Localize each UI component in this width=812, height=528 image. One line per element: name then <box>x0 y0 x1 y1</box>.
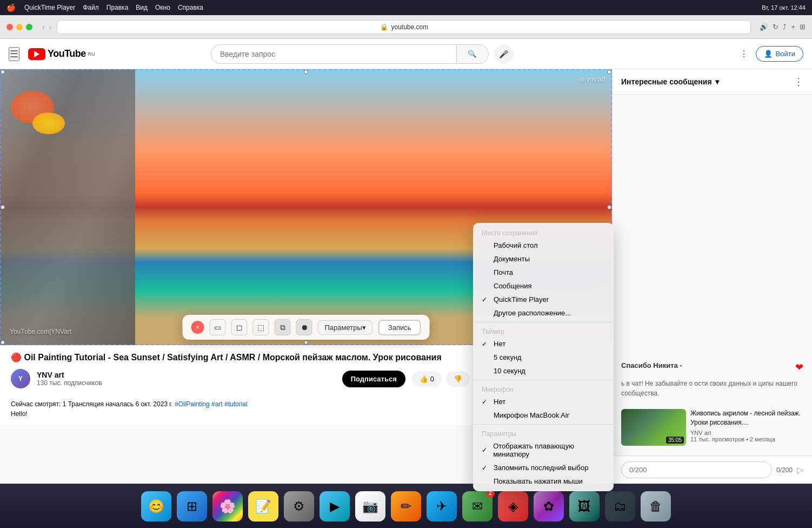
rec-meta: 11 тыс. просмотров • 2 месяца <box>690 436 803 443</box>
dislike-button[interactable]: 👎 <box>446 371 470 387</box>
menubar-right: Вт, 17 окт. 12:44 <box>762 4 806 11</box>
qt-options-button[interactable]: Параметры▾ <box>318 320 373 335</box>
subscribe-button[interactable]: Подписаться <box>342 371 405 387</box>
chat-area: Спасибо Никита - ❤ ь в чат! Не забывайте… <box>613 95 812 405</box>
like-button[interactable]: 👍 0 <box>412 371 442 387</box>
page-body: ⊛ ynv.art YouTube.com|YNVart × ▭ ◻ ⬚ ⧉ ⏺… <box>0 69 812 484</box>
video-tags[interactable]: #OilPainting #art #tutorial <box>175 400 248 408</box>
dock-preview[interactable]: 🖼 <box>569 491 600 522</box>
menu-view[interactable]: Вид <box>136 4 148 11</box>
search-button[interactable]: 🔍 <box>456 44 489 64</box>
dock-screenshot[interactable]: 📷 <box>355 491 385 522</box>
ctx-timer-10[interactable]: 10 секунд <box>473 364 614 378</box>
rec-info: Живопись акрилом - лесной пейзаж. Уроки … <box>690 409 803 446</box>
sidebar-menu-button[interactable]: ⋮ <box>794 76 803 88</box>
dock-system-folder[interactable]: 🗂 <box>605 491 635 522</box>
video-url-overlay: YouTube.com|YNVart <box>10 328 71 335</box>
ctx-other[interactable]: Другое расположение... <box>473 306 614 320</box>
ctx-mail[interactable]: Почта <box>473 266 614 279</box>
handle-top[interactable] <box>304 70 308 74</box>
qt-pip-btn[interactable]: ⧉ <box>275 319 291 335</box>
rec-title[interactable]: Живопись акрилом - лесной пейзаж. Уроки … <box>690 409 803 427</box>
dock-finder[interactable]: 😊 <box>141 491 171 522</box>
handle-left[interactable] <box>1 205 5 209</box>
menu-window[interactable]: Окно <box>155 4 170 11</box>
handle-bl[interactable] <box>1 340 5 345</box>
more-options-button[interactable]: ⋮ <box>736 45 751 62</box>
dock-system-preferences[interactable]: ⚙ <box>284 491 314 522</box>
channel-subs: 130 тыс. подписчиков <box>37 379 336 387</box>
qt-window-btn[interactable]: ◻ <box>231 319 248 335</box>
reload-button[interactable]: ↻ <box>773 23 778 31</box>
dock-quicktime[interactable]: ▶ <box>320 491 350 522</box>
ctx-desktop[interactable]: Рабочий стол <box>473 239 614 252</box>
dock-telegram[interactable]: ✈ <box>427 491 457 522</box>
ctx-floating-thumbnail[interactable]: ✓ Отображать плавающую миниатюру <box>473 439 614 461</box>
sidebar-header: Интересные сообщения ▾ ⋮ <box>613 69 812 95</box>
minimize-button[interactable] <box>16 24 23 30</box>
tab-overview-button[interactable]: ⊞ <box>800 23 806 31</box>
dock-photos2[interactable]: ✿ <box>534 491 564 522</box>
qt-record-button[interactable]: Запись <box>378 320 421 335</box>
handle-bottom[interactable] <box>304 340 308 345</box>
handle-tr[interactable] <box>607 70 611 74</box>
add-tab-button[interactable]: + <box>791 23 795 31</box>
ctx-divider-1 <box>473 322 614 322</box>
browser-url-bar[interactable]: 🔒 youtube.com <box>57 20 751 34</box>
rec-channel[interactable]: YNV art <box>690 430 803 436</box>
dock-messages[interactable]: ✉ 2 <box>462 491 492 522</box>
ctx-show-mouse[interactable]: Показывать нажатия мыши <box>473 474 614 488</box>
apple-menu-icon[interactable]: 🍎 <box>6 3 16 12</box>
video-palette-overlay <box>0 69 135 345</box>
dock-photos[interactable]: 🌸 <box>212 491 243 522</box>
dock-vectorize[interactable]: ✏ <box>391 491 421 522</box>
voice-search-button[interactable]: 🎤 <box>494 44 514 64</box>
back-button[interactable]: ‹ <box>42 23 45 31</box>
qt-dotted-rect-btn[interactable]: ⬚ <box>253 319 269 335</box>
ctx-divider-3 <box>473 424 614 425</box>
menu-help[interactable]: Справка <box>178 4 203 11</box>
ctx-messages[interactable]: Сообщения <box>473 279 614 293</box>
dock-launchpad[interactable]: ⊞ <box>177 491 207 522</box>
share-button[interactable]: ⤴ <box>783 23 787 31</box>
fullscreen-button[interactable] <box>26 24 32 30</box>
chat-input[interactable] <box>621 461 772 478</box>
channel-name[interactable]: YNV art <box>37 371 336 379</box>
audio-button[interactable]: 🔊 <box>760 23 768 31</box>
dock-trash[interactable]: 🗑 <box>641 491 671 522</box>
signin-button[interactable]: 👤 Войти <box>756 46 803 62</box>
close-button[interactable] <box>6 24 13 30</box>
dock-toolbox[interactable]: ◈ <box>498 491 528 522</box>
chat-note: ь в чат! Не забывайте о ости своих данны… <box>621 379 803 398</box>
sidebar-right: Интересные сообщения ▾ ⋮ Спасибо Никита … <box>612 69 812 484</box>
handle-tl[interactable] <box>1 70 5 74</box>
ctx-quicktime[interactable]: ✓ QuickTime Player <box>473 293 614 306</box>
ctx-documents[interactable]: Документы <box>473 252 614 266</box>
rec-thumbnail[interactable]: 35:05 <box>621 409 686 446</box>
forward-button[interactable]: › <box>49 23 52 31</box>
ctx-timer-5[interactable]: 5 секунд <box>473 351 614 364</box>
search-input[interactable] <box>211 44 456 64</box>
toolbox-icon: ◈ <box>508 499 518 514</box>
ctx-timer-none[interactable]: ✓ Нет <box>473 337 614 351</box>
description-extra: Hello! <box>11 410 28 418</box>
handle-right[interactable] <box>607 205 611 209</box>
thumb-down-icon: 👎 <box>454 375 462 383</box>
qt-close-button[interactable]: × <box>191 321 204 334</box>
menu-file[interactable]: Файл <box>83 4 99 11</box>
menu-quicktime[interactable]: QuickTime Player <box>24 4 75 11</box>
youtube-logo-text: YouTube <box>48 48 86 60</box>
menubar-time: Вт, 17 окт. 12:44 <box>762 4 806 11</box>
ctx-remember-last[interactable]: ✓ Запомнить последний выбор <box>473 461 614 474</box>
hamburger-menu[interactable]: ☰ <box>9 47 19 61</box>
heart-icon[interactable]: ❤ <box>795 361 803 374</box>
menu-items: QuickTime Player Файл Правка Вид Окно Сп… <box>24 4 203 11</box>
qt-full-screen-btn[interactable]: ▭ <box>210 319 226 335</box>
sidebar-title-text: Интересные сообщения <box>621 77 712 86</box>
dock-notes[interactable]: 📝 <box>248 491 278 522</box>
ctx-mic-macbook[interactable]: Микрофон MacBook Air <box>473 408 614 422</box>
qt-record-circle-btn[interactable]: ⏺ <box>296 319 312 335</box>
chat-send-button[interactable]: ▷ <box>797 465 803 475</box>
menu-edit[interactable]: Правка <box>107 4 129 11</box>
ctx-mic-none[interactable]: ✓ Нет <box>473 395 614 408</box>
